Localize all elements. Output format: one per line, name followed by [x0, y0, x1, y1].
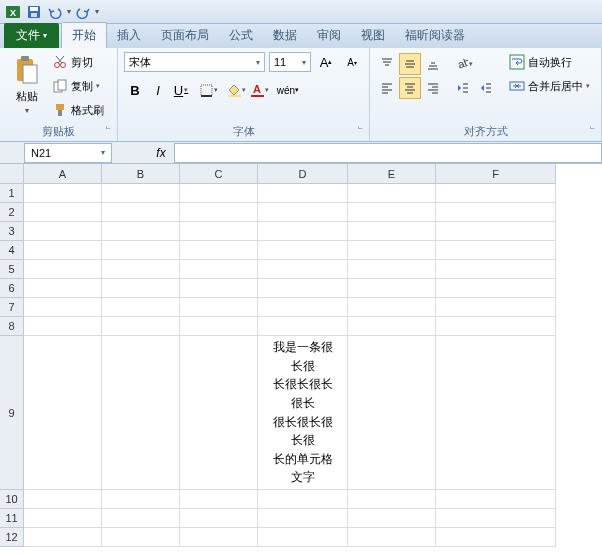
cell[interactable]: [258, 317, 348, 336]
increase-indent-button[interactable]: [475, 77, 497, 99]
cell[interactable]: [258, 203, 348, 222]
cell[interactable]: [348, 203, 436, 222]
cell[interactable]: [348, 528, 436, 547]
cell[interactable]: [24, 528, 102, 547]
paste-button[interactable]: 粘贴 ▾: [6, 51, 48, 115]
cell[interactable]: [258, 184, 348, 203]
cell[interactable]: [102, 203, 180, 222]
font-name-combo[interactable]: 宋体 ▾: [124, 52, 265, 72]
cell[interactable]: [436, 279, 556, 298]
cell[interactable]: [258, 279, 348, 298]
cell[interactable]: [436, 490, 556, 509]
cell[interactable]: [102, 260, 180, 279]
cell[interactable]: [24, 241, 102, 260]
cell[interactable]: [436, 241, 556, 260]
cell[interactable]: [102, 509, 180, 528]
row-header[interactable]: 11: [0, 509, 24, 528]
decrease-indent-button[interactable]: [452, 77, 474, 99]
tab-review[interactable]: 审阅: [307, 23, 351, 48]
tab-view[interactable]: 视图: [351, 23, 395, 48]
cell[interactable]: [24, 336, 102, 490]
undo-dropdown-icon[interactable]: ▾: [67, 7, 71, 16]
fx-button[interactable]: fx: [152, 144, 170, 162]
cell[interactable]: [436, 509, 556, 528]
orientation-button[interactable]: ab: [452, 53, 474, 75]
cut-button[interactable]: 剪切: [52, 51, 104, 73]
shrink-font-button[interactable]: A▾: [341, 51, 363, 73]
underline-button[interactable]: U: [170, 79, 192, 101]
cell[interactable]: [258, 260, 348, 279]
cell[interactable]: [348, 317, 436, 336]
cell[interactable]: [258, 298, 348, 317]
cell[interactable]: [348, 509, 436, 528]
cell[interactable]: [436, 203, 556, 222]
qat-customize-icon[interactable]: ▾: [95, 7, 99, 16]
cell[interactable]: [348, 260, 436, 279]
tab-file[interactable]: 文件: [4, 23, 59, 48]
cell[interactable]: [180, 203, 258, 222]
cell[interactable]: [24, 260, 102, 279]
cell[interactable]: [24, 222, 102, 241]
cell[interactable]: [180, 279, 258, 298]
cell[interactable]: [180, 509, 258, 528]
bold-button[interactable]: B: [124, 79, 146, 101]
cell[interactable]: [348, 184, 436, 203]
cell[interactable]: [180, 336, 258, 490]
cell[interactable]: [102, 241, 180, 260]
cell[interactable]: [258, 528, 348, 547]
cell[interactable]: [436, 528, 556, 547]
column-header[interactable]: E: [348, 164, 436, 184]
select-all-corner[interactable]: [0, 164, 24, 184]
cell[interactable]: [24, 279, 102, 298]
column-header[interactable]: D: [258, 164, 348, 184]
row-header[interactable]: 9: [0, 336, 24, 490]
cell[interactable]: [24, 203, 102, 222]
cell[interactable]: 我是一条很 长很 长很长很长 很长 很长很长很 长很 长的单元格 文字: [258, 336, 348, 490]
cell[interactable]: [436, 317, 556, 336]
cell[interactable]: [348, 336, 436, 490]
cell[interactable]: [180, 298, 258, 317]
merge-center-button[interactable]: 合并后居中 ▾: [509, 75, 590, 97]
column-header[interactable]: C: [180, 164, 258, 184]
font-color-button[interactable]: A: [249, 79, 271, 101]
align-right-button[interactable]: [422, 77, 444, 99]
cell[interactable]: [24, 184, 102, 203]
name-box[interactable]: N21 ▾: [24, 143, 112, 163]
cell[interactable]: [24, 490, 102, 509]
undo-icon[interactable]: [46, 3, 64, 21]
tab-foxit[interactable]: 福昕阅读器: [395, 23, 475, 48]
align-middle-button[interactable]: [399, 53, 421, 75]
save-icon[interactable]: [25, 3, 43, 21]
copy-button[interactable]: 复制 ▾: [52, 75, 104, 97]
row-header[interactable]: 8: [0, 317, 24, 336]
row-header[interactable]: 10: [0, 490, 24, 509]
cell[interactable]: [102, 279, 180, 298]
cell[interactable]: [24, 317, 102, 336]
tab-data[interactable]: 数据: [263, 23, 307, 48]
cell[interactable]: [348, 279, 436, 298]
tab-formulas[interactable]: 公式: [219, 23, 263, 48]
cell[interactable]: [436, 184, 556, 203]
cell[interactable]: [348, 490, 436, 509]
column-header[interactable]: A: [24, 164, 102, 184]
cell[interactable]: [180, 260, 258, 279]
cell[interactable]: [436, 298, 556, 317]
cell[interactable]: [180, 241, 258, 260]
tab-insert[interactable]: 插入: [107, 23, 151, 48]
cell[interactable]: [180, 490, 258, 509]
row-header[interactable]: 6: [0, 279, 24, 298]
align-left-button[interactable]: [376, 77, 398, 99]
cell[interactable]: [102, 298, 180, 317]
cell[interactable]: [348, 222, 436, 241]
formula-bar[interactable]: [174, 143, 602, 163]
cell[interactable]: [436, 260, 556, 279]
cell[interactable]: [24, 509, 102, 528]
row-header[interactable]: 1: [0, 184, 24, 203]
cell[interactable]: [436, 222, 556, 241]
cell[interactable]: [180, 528, 258, 547]
row-header[interactable]: 12: [0, 528, 24, 547]
cell[interactable]: [102, 317, 180, 336]
align-bottom-button[interactable]: [422, 53, 444, 75]
cell[interactable]: [24, 298, 102, 317]
cell[interactable]: [102, 528, 180, 547]
